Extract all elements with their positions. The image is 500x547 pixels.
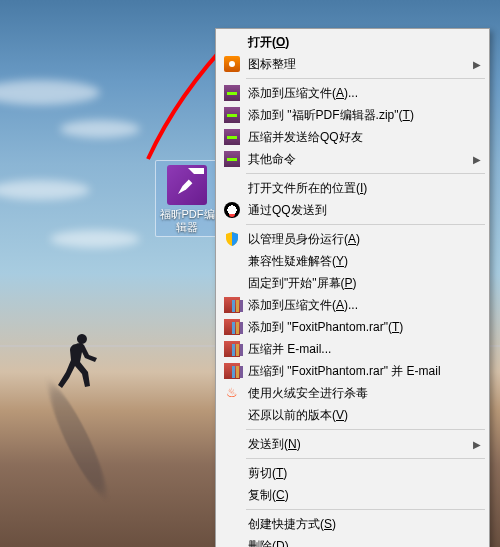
foxit-icon <box>224 56 240 72</box>
winrar-icon <box>224 297 240 313</box>
menu-add-named-rar[interactable]: 添加到 "FoxitPhantom.rar"(T) <box>218 316 487 338</box>
desktop-icon-label: 福昕PDF编辑器 <box>158 208 216 234</box>
menu-pin-start[interactable]: 固定到"开始"屏幕(P) <box>218 272 487 294</box>
menu-delete[interactable]: 删除(D) <box>218 535 487 547</box>
archive-icon <box>224 151 240 167</box>
menu-compat-troubleshoot[interactable]: 兼容性疑难解答(Y) <box>218 250 487 272</box>
winrar-icon <box>224 363 240 379</box>
context-menu: 打开(O) 图标整理 ▶ 添加到压缩文件(A)... 添加到 "福昕PDF编辑器… <box>215 28 490 547</box>
menu-add-archive2[interactable]: 添加到压缩文件(A)... <box>218 294 487 316</box>
menu-separator <box>246 173 485 174</box>
shield-icon <box>224 231 240 247</box>
menu-separator <box>246 78 485 79</box>
archive-icon <box>224 107 240 123</box>
menu-separator <box>246 224 485 225</box>
winrar-icon <box>224 319 240 335</box>
runner-silhouette <box>54 330 102 402</box>
winrar-icon <box>224 341 240 357</box>
submenu-arrow-icon: ▶ <box>473 59 481 70</box>
desktop-icon-foxit-pdf-editor[interactable]: 福昕PDF编辑器 <box>155 160 219 237</box>
huorong-icon: ♨ <box>224 385 240 401</box>
menu-open-location[interactable]: 打开文件所在的位置(I) <box>218 177 487 199</box>
menu-compress-named-email[interactable]: 压缩到 "FoxitPhantom.rar" 并 E-mail <box>218 360 487 382</box>
menu-create-shortcut[interactable]: 创建快捷方式(S) <box>218 513 487 535</box>
menu-other-archive[interactable]: 其他命令 ▶ <box>218 148 487 170</box>
archive-icon <box>224 85 240 101</box>
menu-separator <box>246 429 485 430</box>
menu-compress-email[interactable]: 压缩并 E-mail... <box>218 338 487 360</box>
archive-icon <box>224 129 240 145</box>
menu-huorong-scan[interactable]: ♨ 使用火绒安全进行杀毒 <box>218 382 487 404</box>
submenu-arrow-icon: ▶ <box>473 154 481 165</box>
menu-icon-tidy[interactable]: 图标整理 ▶ <box>218 53 487 75</box>
menu-send-qq[interactable]: 通过QQ发送到 <box>218 199 487 221</box>
menu-add-to-archive[interactable]: 添加到压缩文件(A)... <box>218 82 487 104</box>
menu-open[interactable]: 打开(O) <box>218 31 487 53</box>
submenu-arrow-icon: ▶ <box>473 439 481 450</box>
menu-separator <box>246 458 485 459</box>
menu-copy[interactable]: 复制(C) <box>218 484 487 506</box>
menu-cut[interactable]: 剪切(T) <box>218 462 487 484</box>
foxit-pdf-icon <box>167 165 207 205</box>
menu-run-as-admin[interactable]: 以管理员身份运行(A) <box>218 228 487 250</box>
menu-separator <box>246 509 485 510</box>
menu-add-to-named-zip[interactable]: 添加到 "福昕PDF编辑器.zip"(T) <box>218 104 487 126</box>
qq-icon <box>224 202 240 218</box>
menu-restore-previous[interactable]: 还原以前的版本(V) <box>218 404 487 426</box>
menu-send-to[interactable]: 发送到(N) ▶ <box>218 433 487 455</box>
menu-compress-send-qq[interactable]: 压缩并发送给QQ好友 <box>218 126 487 148</box>
